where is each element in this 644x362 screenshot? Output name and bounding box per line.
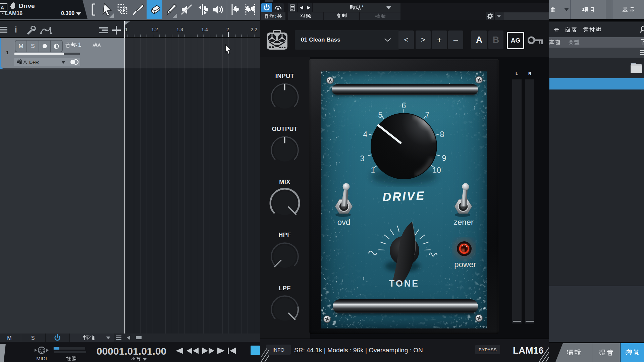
svg-text:TONE: TONE xyxy=(389,279,420,289)
svg-text:4: 4 xyxy=(363,130,368,139)
svg-text:DRIVE: DRIVE xyxy=(382,189,426,204)
svg-text:6: 6 xyxy=(402,101,406,110)
svg-text:power: power xyxy=(454,260,476,269)
svg-text:ovd: ovd xyxy=(337,218,351,227)
svg-text:8: 8 xyxy=(440,130,444,139)
svg-text:5: 5 xyxy=(378,111,383,119)
svg-text:zener: zener xyxy=(453,218,474,227)
svg-text:3: 3 xyxy=(360,154,365,163)
svg-text:9: 9 xyxy=(442,154,446,163)
svg-text:7: 7 xyxy=(425,111,430,119)
